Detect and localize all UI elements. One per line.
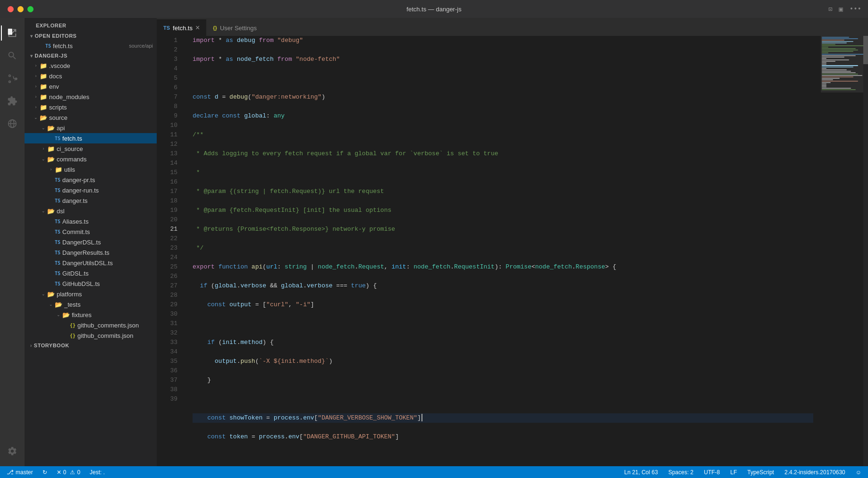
folder-open-icon: 📂 bbox=[55, 301, 62, 308]
ts-file-icon: TS bbox=[55, 198, 60, 203]
source-control-activity-icon[interactable] bbox=[1, 67, 24, 90]
ts-version-label: 2.4.2-insiders.20170630 bbox=[784, 469, 845, 476]
tab-fetch-ts[interactable]: TS fetch.ts × bbox=[157, 19, 206, 36]
remote-activity-icon[interactable] bbox=[1, 112, 24, 135]
folder-icon: 📁 bbox=[40, 83, 47, 90]
ts-file-icon: TS bbox=[55, 136, 60, 141]
ts-file-icon: TS bbox=[55, 260, 60, 266]
env-folder[interactable]: › 📁 env bbox=[25, 81, 157, 92]
sidebar-content[interactable]: ▾ OPEN EDITORS TS fetch.ts source/api ▾ … bbox=[25, 31, 157, 466]
dsl-folder[interactable]: ⌄ 📂 dsl bbox=[25, 206, 157, 216]
git-branch-status[interactable]: ⎇ master bbox=[5, 466, 35, 478]
danger-run-ts-file[interactable]: TS danger-run.ts bbox=[25, 185, 157, 195]
dangerutilsdsl-ts-file[interactable]: TS DangerUtilsDSL.ts bbox=[25, 258, 157, 268]
status-bar-left: ⎇ master ↻ ✕ 0 ⚠ 0 Jest: . bbox=[5, 466, 107, 478]
status-bar: ⎇ master ↻ ✕ 0 ⚠ 0 Jest: . Ln 21, Col 63… bbox=[0, 466, 868, 478]
feedback-status[interactable]: ☺ bbox=[854, 466, 863, 478]
danger-js-section: ▾ DANGER-JS › 📁 .vscode › 📁 docs › bbox=[25, 51, 157, 341]
close-button[interactable] bbox=[8, 6, 14, 12]
tab-bar: TS fetch.ts × {} User Settings bbox=[157, 18, 868, 36]
scrollbar-thumb[interactable] bbox=[863, 36, 868, 64]
source-folder[interactable]: ⌄ 📂 source bbox=[25, 112, 157, 123]
ts-version-status[interactable]: 2.4.2-insiders.20170630 bbox=[783, 466, 847, 478]
line-ending-label: LF bbox=[730, 469, 737, 476]
folder-arrow: › bbox=[32, 74, 40, 78]
explorer-header: EXPLORER bbox=[25, 18, 157, 31]
ts-file-icon: TS bbox=[55, 219, 60, 224]
dangerdsl-ts-file[interactable]: TS DangerDSL.ts bbox=[25, 237, 157, 247]
ts-file-icon: TS bbox=[55, 250, 60, 255]
danger-ts-file[interactable]: TS danger.ts bbox=[25, 195, 157, 206]
ts-file-icon: TS bbox=[45, 43, 51, 49]
status-bar-right: Ln 21, Col 63 Spaces: 2 UTF-8 LF TypeScr… bbox=[622, 466, 863, 478]
encoding-status[interactable]: UTF-8 bbox=[702, 466, 722, 478]
open-editor-fetch-ts[interactable]: TS fetch.ts source/api bbox=[25, 41, 157, 51]
scrollbar-track[interactable] bbox=[863, 36, 868, 466]
ci-source-folder[interactable]: › 📁 ci_source bbox=[25, 143, 157, 154]
search-activity-icon[interactable] bbox=[1, 44, 24, 67]
line-ending-status[interactable]: LF bbox=[728, 466, 739, 478]
tests-folder[interactable]: ⌄ 📂 _tests bbox=[25, 299, 157, 310]
folder-open-icon: 📂 bbox=[47, 125, 55, 132]
docs-folder[interactable]: › 📁 docs bbox=[25, 71, 157, 81]
commands-folder[interactable]: ⌄ 📂 commands bbox=[25, 154, 157, 164]
split-editor-icon[interactable]: ⊡ bbox=[828, 5, 832, 13]
more-actions-icon[interactable]: ••• bbox=[850, 5, 861, 13]
folder-open-icon: 📂 bbox=[47, 291, 55, 298]
encoding-label: UTF-8 bbox=[704, 469, 720, 476]
indentation-status[interactable]: Spaces: 2 bbox=[666, 466, 695, 478]
title-bar-actions: ⊡ ▣ ••• bbox=[828, 5, 861, 13]
minimize-button[interactable] bbox=[17, 6, 24, 12]
githubdsl-ts-file[interactable]: TS GitHubDSL.ts bbox=[25, 278, 157, 289]
storybook-header[interactable]: › STORYBOOK bbox=[25, 341, 157, 350]
fetch-ts-file[interactable]: TS fetch.ts bbox=[25, 133, 157, 143]
tab-user-settings[interactable]: {} User Settings bbox=[206, 19, 263, 36]
cursor-position-status[interactable]: Ln 21, Col 63 bbox=[622, 466, 659, 478]
github-comments-json-file[interactable]: {} github_comments.json bbox=[25, 320, 157, 330]
maximize-button[interactable] bbox=[27, 6, 34, 12]
aliases-ts-file[interactable]: TS Aliases.ts bbox=[25, 216, 157, 226]
explorer-activity-icon[interactable] bbox=[1, 22, 24, 44]
gitdsl-ts-file[interactable]: TS GitDSL.ts bbox=[25, 268, 157, 278]
folder-arrow: ⌄ bbox=[40, 126, 47, 130]
jest-status[interactable]: Jest: . bbox=[88, 466, 107, 478]
commit-ts-file[interactable]: TS Commit.ts bbox=[25, 226, 157, 237]
editor-with-gutter: 1 2 3 4 5 6 7 8 9 10 11 12 13 14 15 16 1 bbox=[157, 36, 868, 466]
extensions-activity-icon[interactable] bbox=[1, 90, 24, 112]
utils-folder[interactable]: › 📁 utils bbox=[25, 164, 157, 175]
sync-icon: ↻ bbox=[42, 469, 47, 476]
node-modules-folder[interactable]: › 📁 node_modules bbox=[25, 92, 157, 102]
editor-area: TS fetch.ts × {} User Settings 1 2 3 4 5… bbox=[157, 18, 868, 466]
settings-activity-icon[interactable] bbox=[1, 440, 24, 462]
git-branch-label: master bbox=[16, 469, 33, 476]
folder-arrow: › bbox=[32, 94, 40, 99]
layout-icon[interactable]: ▣ bbox=[839, 5, 843, 13]
tab-close-icon[interactable]: × bbox=[195, 24, 200, 32]
platforms-folder[interactable]: ⌄ 📂 platforms bbox=[25, 289, 157, 299]
github-commits-json-file[interactable]: {} github_commits.json bbox=[25, 330, 157, 341]
folder-open-icon: 📂 bbox=[40, 114, 47, 121]
code-content[interactable]: import * as debug from "debug" import * … bbox=[185, 36, 821, 466]
folder-arrow: › bbox=[32, 105, 40, 109]
folder-icon: 📁 bbox=[40, 104, 47, 111]
errors-warnings-status[interactable]: ✕ 0 ⚠ 0 bbox=[55, 466, 82, 478]
vscode-folder[interactable]: › 📁 .vscode bbox=[25, 60, 157, 71]
scripts-folder[interactable]: › 📁 scripts bbox=[25, 102, 157, 112]
warning-icon: ⚠ bbox=[70, 469, 75, 476]
code-editor: 1 2 3 4 5 6 7 8 9 10 11 12 13 14 15 16 1 bbox=[157, 36, 868, 466]
cursor-position-label: Ln 21, Col 63 bbox=[624, 469, 657, 476]
sync-status[interactable]: ↻ bbox=[41, 466, 49, 478]
folder-open-icon: 📂 bbox=[47, 156, 55, 163]
fixtures-folder[interactable]: ⌄ 📂 fixtures bbox=[25, 310, 157, 320]
api-folder[interactable]: ⌄ 📂 api bbox=[25, 123, 157, 133]
folder-icon: 📁 bbox=[40, 62, 47, 69]
danger-pr-ts-file[interactable]: TS danger-pr.ts bbox=[25, 175, 157, 185]
language-status[interactable]: TypeScript bbox=[745, 466, 776, 478]
dangerresults-ts-file[interactable]: TS DangerResults.ts bbox=[25, 247, 157, 258]
traffic-lights bbox=[8, 6, 34, 12]
git-branch-icon: ⎇ bbox=[7, 469, 14, 476]
danger-js-header[interactable]: ▾ DANGER-JS bbox=[25, 51, 157, 60]
open-editors-header[interactable]: ▾ OPEN EDITORS bbox=[25, 31, 157, 41]
folder-icon: 📁 bbox=[55, 166, 62, 173]
error-icon: ✕ bbox=[57, 469, 61, 476]
